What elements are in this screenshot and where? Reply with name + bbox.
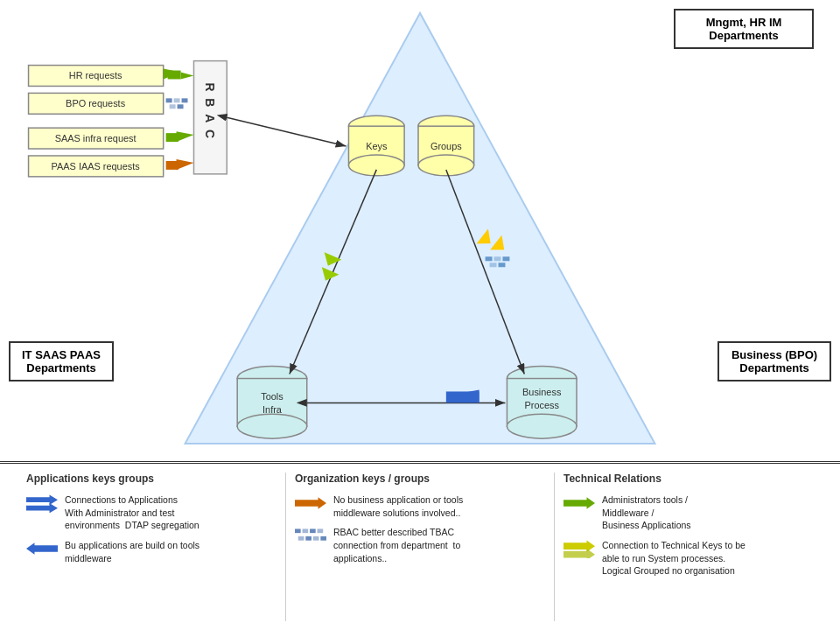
left-box-line2: Departments — [26, 361, 95, 374]
svg-marker-31 — [317, 262, 339, 284]
svg-point-5 — [418, 116, 474, 136]
legend-item-rbac: RBAC better described TBACconnection fro… — [295, 526, 545, 564]
svg-marker-75 — [564, 497, 595, 508]
svg-rect-34 — [486, 256, 493, 261]
svg-rect-71 — [298, 536, 304, 541]
svg-marker-43 — [181, 73, 194, 80]
svg-text:Process: Process — [524, 400, 559, 410]
svg-line-26 — [446, 170, 524, 374]
svg-rect-50 — [178, 104, 184, 108]
svg-text:PAAS IAAS requests: PAAS IAAS requests — [52, 161, 141, 172]
svg-point-11 — [237, 414, 307, 438]
svg-marker-77 — [564, 549, 595, 558]
legend-area: Applications keys groups Connections to … — [0, 464, 840, 630]
legend-item-technical-keys: Connection to Technical Keys to beable t… — [564, 539, 814, 578]
svg-rect-42 — [168, 71, 181, 80]
svg-text:HR requests: HR requests — [69, 70, 122, 80]
svg-point-3 — [348, 155, 404, 176]
svg-rect-46 — [166, 98, 172, 102]
diagram-area: Keys Groups Tools Infra Business Process… — [0, 0, 840, 464]
svg-text:C: C — [203, 130, 217, 138]
legend-item-build: Bu applications are build on toolsmiddle… — [26, 539, 276, 564]
legend-col-3: Technical Relations Administrators tools… — [555, 472, 822, 621]
left-box-line1: IT SAAS PAAS — [22, 348, 101, 361]
svg-marker-41 — [164, 69, 181, 80]
legend-item-connections: Connections to ApplicationsWith Administ… — [26, 494, 276, 532]
svg-text:Tools: Tools — [261, 391, 284, 402]
arrow-right-green-icon — [564, 494, 595, 513]
svg-rect-35 — [494, 256, 501, 261]
right-box-line1: Business (BPO) — [732, 348, 817, 361]
svg-text:BPO requests: BPO requests — [66, 98, 126, 108]
top-box-line2: Departments — [709, 29, 778, 42]
svg-rect-72 — [305, 536, 312, 541]
top-box-line1: Mngmt, HR IM — [706, 16, 782, 29]
svg-rect-29 — [446, 391, 480, 402]
right-department-box: Business (BPO) Departments — [718, 341, 831, 382]
svg-marker-30 — [319, 248, 341, 270]
svg-rect-54 — [166, 133, 178, 142]
legend-admin-tools-text: Administrators tools /Middleware /Busine… — [602, 494, 691, 532]
legend-technical-keys-text: Connection to Technical Keys to beable t… — [602, 539, 746, 578]
svg-text:Keys: Keys — [366, 141, 388, 151]
svg-line-25 — [290, 170, 376, 374]
arrow-right-blue-double-icon — [26, 494, 58, 513]
svg-marker-0 — [186, 13, 655, 444]
svg-marker-65 — [26, 542, 58, 554]
svg-marker-66 — [295, 497, 326, 508]
right-box-line2: Departments — [739, 361, 808, 374]
left-department-box: IT SAAS PAAS Departments — [9, 341, 114, 382]
svg-rect-56 — [29, 156, 164, 177]
svg-text:Groups: Groups — [430, 141, 462, 151]
svg-rect-70 — [318, 529, 324, 534]
legend-connections-text: Connections to ApplicationsWith Administ… — [65, 494, 200, 532]
svg-rect-44 — [29, 93, 164, 114]
svg-marker-76 — [564, 541, 595, 552]
svg-marker-63 — [26, 495, 58, 505]
legend-col3-title: Technical Relations — [564, 472, 814, 485]
svg-marker-60 — [166, 163, 178, 170]
svg-rect-49 — [170, 104, 176, 108]
svg-marker-55 — [166, 135, 178, 142]
svg-rect-69 — [310, 529, 316, 534]
svg-marker-53 — [177, 131, 194, 142]
svg-line-24 — [227, 117, 346, 146]
svg-rect-51 — [29, 128, 164, 149]
legend-item-admin-tools: Administrators tools /Middleware /Busine… — [564, 494, 814, 532]
svg-text:SAAS infra request: SAAS infra request — [55, 133, 136, 144]
svg-marker-64 — [26, 503, 58, 513]
svg-rect-15 — [507, 379, 577, 427]
arrow-striped-icon — [295, 526, 326, 545]
svg-text:Business: Business — [522, 387, 562, 397]
svg-rect-73 — [313, 536, 319, 541]
svg-point-1 — [348, 116, 404, 136]
legend-col2-title: Organization keys / groups — [295, 472, 545, 485]
arrow-right-orange-icon — [295, 494, 326, 513]
svg-rect-10 — [237, 379, 307, 427]
legend-col1-title: Applications keys groups — [26, 472, 276, 485]
legend-rbac-text: RBAC better described TBACconnection fro… — [333, 526, 460, 564]
legend-no-business-text: No business application or toolsmiddlewa… — [333, 494, 463, 519]
svg-text:R: R — [203, 82, 217, 91]
svg-rect-19 — [193, 61, 227, 174]
svg-text:Infra: Infra — [262, 404, 283, 415]
svg-point-9 — [237, 367, 307, 391]
arrow-right-yellow-icon — [564, 539, 595, 558]
svg-marker-32 — [473, 229, 495, 250]
legend-item-no-business: No business application or toolsmiddlewa… — [295, 494, 545, 519]
svg-rect-47 — [174, 98, 180, 102]
svg-text:A: A — [203, 114, 217, 122]
svg-point-16 — [507, 414, 577, 438]
svg-rect-36 — [502, 256, 509, 261]
svg-rect-39 — [29, 66, 164, 87]
svg-point-7 — [418, 155, 474, 176]
svg-rect-74 — [320, 536, 326, 541]
legend-col-2: Organization keys / groups No business a… — [286, 472, 555, 621]
svg-rect-38 — [498, 262, 505, 267]
svg-marker-28 — [446, 389, 480, 402]
svg-marker-58 — [177, 159, 194, 170]
svg-point-14 — [507, 367, 577, 391]
svg-rect-59 — [166, 161, 178, 170]
arrow-left-blue-icon — [26, 539, 58, 558]
svg-rect-6 — [418, 126, 474, 165]
